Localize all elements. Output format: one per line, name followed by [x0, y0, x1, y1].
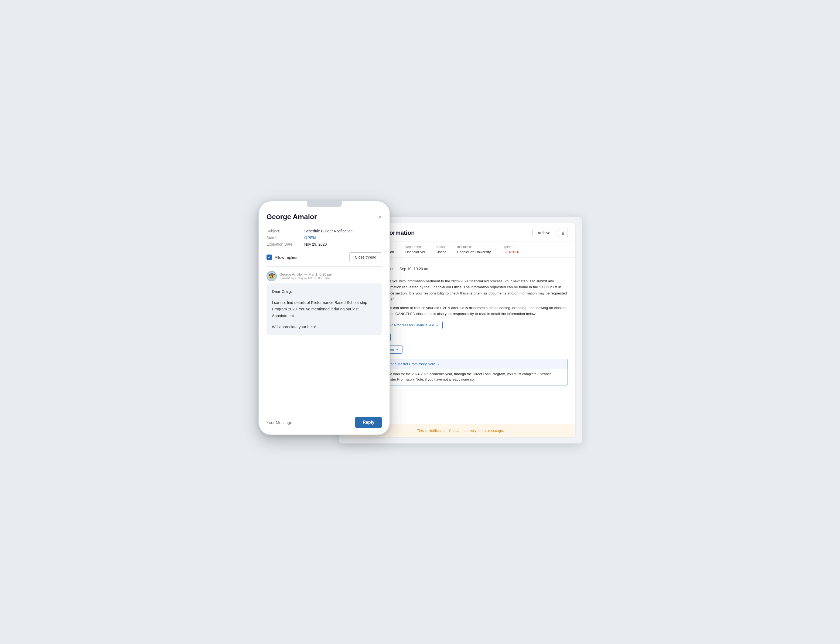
phone-contact-name: George Amalor	[267, 213, 317, 221]
phone-frame: George Amalor × Subject: Schedule Builde…	[258, 200, 390, 435]
archive-button[interactable]: Archive	[532, 228, 555, 237]
phone-notch	[307, 201, 342, 207]
reply-button[interactable]: Reply	[355, 417, 382, 428]
phone-avatar-icon: 🤠	[269, 273, 275, 279]
subject-label: Subject:	[267, 229, 304, 233]
close-thread-button[interactable]: Close thread	[349, 252, 382, 262]
institution-value: PeopleSoft University	[457, 250, 491, 254]
phone-avatar: 🤠	[267, 271, 277, 281]
phone-bubble-line2: I cannot find details of Performance Bas…	[272, 299, 377, 319]
message-input[interactable]	[267, 420, 352, 425]
phone-bubble-line3: Will appreciate your help!	[272, 324, 377, 330]
expiration-value: Nov 29, 2020	[304, 242, 327, 246]
allow-replies-row[interactable]: Allow replies	[267, 255, 297, 260]
status-label: Status:	[436, 245, 446, 249]
phone-message-list: 🤠 George Amalor — Mar 1, 6:20 pm Viewed …	[267, 267, 382, 413]
allow-replies-checkbox[interactable]	[267, 255, 272, 260]
department-label: Department:	[405, 245, 425, 249]
phone-bubble-line1: Dear Craig,	[272, 288, 377, 295]
status-label: Status:	[267, 236, 304, 240]
allow-replies-label: Allow replies	[275, 255, 297, 260]
print-icon: 🖨	[561, 231, 565, 235]
department-value: Financial Aid	[405, 250, 425, 254]
print-button[interactable]: 🖨	[558, 228, 568, 237]
phone-sender-name: George Amalor — Mar 1, 6:20 pm	[280, 272, 332, 276]
subject-value: Schedule Builder Notification	[304, 229, 352, 233]
expiration-label: Expiration Date:	[267, 242, 304, 246]
institution-label: Institution:	[457, 245, 491, 249]
close-icon[interactable]: ×	[378, 214, 382, 220]
expires-value: 03/01/2026	[501, 250, 519, 254]
status-value: OPEN	[304, 235, 316, 240]
notification-text: This is Notification. You can not reply …	[417, 429, 504, 433]
phone-viewed-info: Viewed by Craig — Mar 2, 8:20 am	[280, 276, 332, 280]
status-value: Closed	[436, 250, 446, 254]
phone-message-bubble: Dear Craig, I cannot find details of Per…	[267, 283, 382, 335]
expires-label: Expires:	[501, 245, 519, 249]
